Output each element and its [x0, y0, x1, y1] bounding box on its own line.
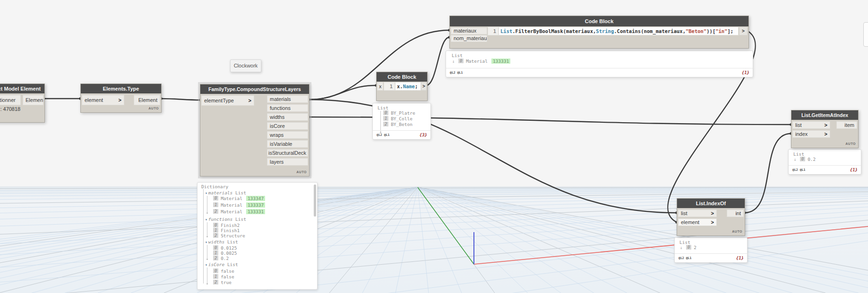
preview-root-label: List: [793, 151, 804, 157]
input-port-materiaux[interactable]: materiaux: [451, 27, 487, 34]
dict-row: 20.2: [213, 256, 229, 261]
output-port-materials[interactable]: materials: [267, 95, 308, 103]
default-value-chevron-icon[interactable]: >: [711, 219, 714, 226]
preview-root-label: List: [679, 240, 690, 245]
preview-root-label: List: [452, 53, 463, 58]
list-item: 0BY_Platre: [383, 110, 415, 116]
output-port-result[interactable]: >: [421, 82, 427, 91]
list-item: 1BY_Colle: [383, 116, 413, 121]
selection-id-text: Element : 470818: [0, 106, 20, 112]
output-port-item[interactable]: item: [836, 121, 857, 129]
tree-line: [380, 111, 381, 132]
lacing-levels: @L2 @L1: [377, 133, 389, 137]
output-port-wraps[interactable]: wraps: [267, 131, 308, 139]
node-title[interactable]: Code Block: [377, 72, 427, 82]
tree-dot: [206, 283, 208, 285]
node-title[interactable]: List.GetItemAtIndex: [791, 110, 858, 120]
bubble-divider: [373, 130, 430, 131]
input-port-list[interactable]: list>: [792, 121, 830, 129]
preview-root-label: Dictionary: [201, 184, 228, 189]
lacing-levels: @L2 @L1: [679, 256, 691, 260]
output-port-element[interactable]: Element: [134, 95, 160, 105]
default-value-chevron-icon[interactable]: >: [711, 210, 714, 217]
item-count: {1}: [742, 70, 749, 75]
item-count: {1}: [736, 256, 744, 260]
item-count: {3}: [420, 133, 427, 137]
preview-bubble-width-result[interactable]: List ↓ 00.2 @L2 @L1 {1}: [788, 149, 861, 175]
output-port-widths[interactable]: widths: [267, 113, 308, 121]
input-port-element[interactable]: element>: [82, 95, 124, 105]
default-value-chevron-icon[interactable]: >: [119, 95, 121, 105]
node-familytype-compoundstructurelayers[interactable]: FamilyType.CompoundStructureLayers eleme…: [200, 84, 309, 176]
select-button[interactable]: Sélectionner: [0, 95, 21, 105]
output-port-isvariable[interactable]: isVariable: [267, 140, 308, 148]
code-editor[interactable]: List.FilterByBoolMask(materiaux,String.C…: [498, 27, 739, 35]
input-port-elementtype[interactable]: elementType>: [201, 95, 254, 106]
output-port-functions[interactable]: functions: [267, 104, 308, 112]
wire-indexof-int-to-getitem-index[interactable]: [745, 134, 791, 213]
bubble-divider: [675, 253, 747, 254]
dict-row: 2Material133331: [213, 209, 265, 214]
output-port-iscore[interactable]: isCore: [267, 122, 308, 130]
dict-row: 1Material133337: [213, 202, 265, 208]
lacing-indicator: AUTO: [732, 230, 742, 233]
preview-bubble-material-names[interactable]: List 0BY_Platre 1BY_Colle 2BY_Beton @L2 …: [372, 103, 431, 140]
node-elements-type[interactable]: Elements.Type element> Element AUTO: [80, 84, 162, 113]
dict-section-header: ▾widths List: [205, 239, 238, 245]
tree-line: [207, 268, 207, 283]
node-list-indexof[interactable]: List.IndexOf list> element> int AUTO: [677, 198, 745, 236]
output-port-result[interactable]: >: [739, 27, 748, 35]
preview-bubble-index-result[interactable]: List ↓ 02 @L2 @L1 {1}: [674, 237, 748, 263]
input-port-nom-materiaux[interactable]: nom_materiaux: [451, 35, 487, 42]
input-port-list[interactable]: list>: [678, 209, 717, 217]
tree-line: [207, 196, 207, 212]
default-value-chevron-icon[interactable]: >: [825, 122, 827, 129]
dict-row: 1Finish1: [213, 228, 240, 233]
code-editor[interactable]: x.Name;: [395, 82, 421, 91]
list-item: 2BY_Beton: [383, 122, 413, 127]
wire-elementstype-to-familytype[interactable]: [161, 99, 200, 100]
node-title[interactable]: Elements.Type: [81, 84, 161, 93]
wire-materials-to-indexof-list[interactable]: [309, 100, 677, 213]
node-title[interactable]: Select Model Element: [0, 84, 44, 93]
list-arrow-icon: ↓: [680, 245, 683, 250]
dynamo-workspace-canvas[interactable]: List 0BY_Platre 1BY_Colle 2BY_Beton @L2 …: [0, 0, 868, 293]
code-line-number: 1: [384, 82, 395, 91]
node-list-getitematindex[interactable]: List.GetItemAtIndex list> index> item AU…: [791, 110, 859, 148]
node-code-block-filter[interactable]: Code Block materiaux nom_materiaux 1 Lis…: [449, 16, 749, 49]
output-port-layers[interactable]: layers: [267, 158, 308, 166]
list-arrow-icon: ↓: [452, 59, 455, 64]
dict-row: 0Material133347: [213, 196, 265, 201]
output-port-int[interactable]: int: [727, 209, 744, 217]
tree-dot: [206, 259, 208, 260]
input-port-x[interactable]: x: [377, 82, 383, 91]
node-title[interactable]: List.IndexOf: [677, 199, 745, 208]
node-title[interactable]: FamilyType.CompoundStructureLayers: [200, 84, 309, 94]
preview-bubble-compound-structure[interactable]: Dictionary ▾materials List 0Material1333…: [197, 182, 318, 290]
tree-line: [203, 189, 204, 284]
default-value-chevron-icon[interactable]: >: [249, 96, 251, 105]
list-item: 02: [686, 245, 696, 250]
dict-row: 0Finish2: [213, 223, 240, 228]
tree-line: [207, 245, 207, 259]
output-port-isstructuraldeck[interactable]: isStructuralDeck: [267, 149, 308, 157]
input-port-element[interactable]: element>: [678, 218, 717, 226]
lacing-indicator: AUTO: [845, 142, 856, 145]
bubble-scrollbar-thumb[interactable]: [314, 184, 316, 217]
input-port-index[interactable]: index>: [792, 130, 830, 138]
item-count: {1}: [850, 167, 858, 172]
list-arrow-icon: ↓: [794, 157, 797, 162]
output-port-element[interactable]: Element: [23, 95, 43, 105]
lacing-indicator: AUTO: [148, 107, 159, 110]
dict-row: 2true: [213, 280, 232, 285]
wire-materials-to-codeblock-x[interactable]: [309, 85, 376, 100]
package-tooltip: Clockwork: [230, 59, 261, 72]
preview-root-label: List: [378, 105, 388, 110]
dict-row: 10.0025: [213, 251, 237, 256]
node-title[interactable]: Code Block: [450, 16, 748, 26]
node-select-model-element[interactable]: Select Model Element Sélectionner Elemen…: [0, 84, 45, 123]
default-value-chevron-icon[interactable]: >: [825, 131, 827, 138]
bubble-divider: [446, 68, 753, 68]
node-code-block-name[interactable]: Code Block x 1 x.Name; >: [376, 72, 428, 101]
preview-bubble-filtered-material[interactable]: List ↓ 0Material133331 @L2 @L1 {1}: [446, 50, 753, 77]
